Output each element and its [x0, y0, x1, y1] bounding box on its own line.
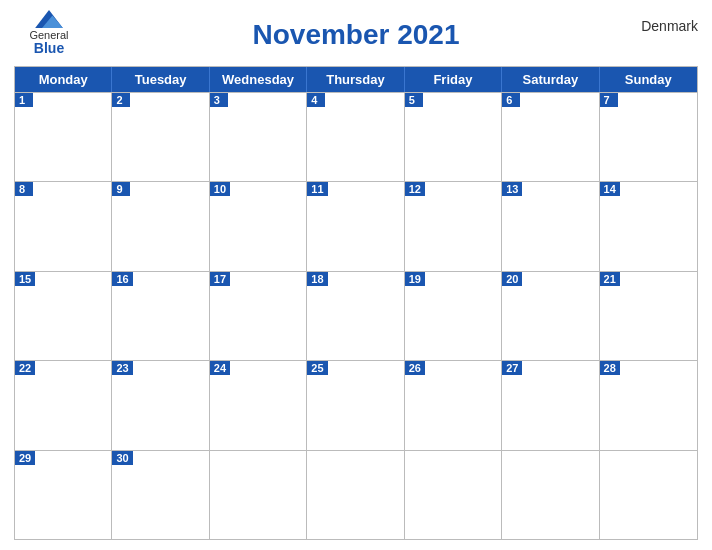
calendar-cell: 27 — [502, 361, 599, 449]
calendar-cell: 29 — [15, 451, 112, 539]
date-number: 3 — [210, 93, 228, 107]
date-number: 14 — [600, 182, 620, 196]
logo: General Blue — [14, 10, 84, 56]
day-header-wednesday: Wednesday — [210, 67, 307, 92]
date-number: 29 — [15, 451, 35, 465]
calendar-cell: 7 — [600, 93, 697, 181]
calendar-cell — [600, 451, 697, 539]
calendar-cell: 18 — [307, 272, 404, 360]
week-row-3: 15161718192021 — [15, 271, 697, 360]
calendar-cell: 10 — [210, 182, 307, 270]
calendar-cell: 24 — [210, 361, 307, 449]
calendar-cell: 13 — [502, 182, 599, 270]
calendar-cell: 3 — [210, 93, 307, 181]
calendar-cell: 11 — [307, 182, 404, 270]
calendar-cell: 25 — [307, 361, 404, 449]
calendar-cell: 6 — [502, 93, 599, 181]
date-number: 22 — [15, 361, 35, 375]
date-number: 25 — [307, 361, 327, 375]
logo-icon — [35, 10, 63, 28]
calendar-cell: 21 — [600, 272, 697, 360]
date-number: 24 — [210, 361, 230, 375]
calendar-cell: 22 — [15, 361, 112, 449]
day-headers-row: MondayTuesdayWednesdayThursdayFridaySatu… — [15, 67, 697, 92]
date-number: 15 — [15, 272, 35, 286]
date-number: 10 — [210, 182, 230, 196]
calendar-cell: 14 — [600, 182, 697, 270]
date-number: 30 — [112, 451, 132, 465]
calendar-cell: 4 — [307, 93, 404, 181]
week-row-2: 891011121314 — [15, 181, 697, 270]
calendar-cell: 17 — [210, 272, 307, 360]
calendar-cell: 20 — [502, 272, 599, 360]
date-number: 26 — [405, 361, 425, 375]
date-number: 6 — [502, 93, 520, 107]
date-number: 17 — [210, 272, 230, 286]
date-number: 16 — [112, 272, 132, 286]
day-header-monday: Monday — [15, 67, 112, 92]
day-header-tuesday: Tuesday — [112, 67, 209, 92]
week-row-1: 1234567 — [15, 92, 697, 181]
date-number: 19 — [405, 272, 425, 286]
header: General Blue November 2021 Denmark — [14, 10, 698, 60]
date-number: 2 — [112, 93, 130, 107]
day-header-thursday: Thursday — [307, 67, 404, 92]
calendar-cell — [210, 451, 307, 539]
calendar-cell: 2 — [112, 93, 209, 181]
country-label: Denmark — [641, 18, 698, 34]
date-number: 20 — [502, 272, 522, 286]
calendar-cell: 26 — [405, 361, 502, 449]
calendar-cell — [502, 451, 599, 539]
date-number: 5 — [405, 93, 423, 107]
calendar-cell: 23 — [112, 361, 209, 449]
calendar-cell: 15 — [15, 272, 112, 360]
calendar-grid: MondayTuesdayWednesdayThursdayFridaySatu… — [14, 66, 698, 540]
calendar-cell: 28 — [600, 361, 697, 449]
date-number: 4 — [307, 93, 325, 107]
week-row-5: 2930 — [15, 450, 697, 539]
calendar-cell: 16 — [112, 272, 209, 360]
calendar-cell: 9 — [112, 182, 209, 270]
week-row-4: 22232425262728 — [15, 360, 697, 449]
date-number: 23 — [112, 361, 132, 375]
day-header-saturday: Saturday — [502, 67, 599, 92]
weeks-container: 1234567891011121314151617181920212223242… — [15, 92, 697, 539]
date-number: 28 — [600, 361, 620, 375]
date-number: 1 — [15, 93, 33, 107]
day-header-sunday: Sunday — [600, 67, 697, 92]
calendar-cell: 12 — [405, 182, 502, 270]
date-number: 12 — [405, 182, 425, 196]
date-number: 13 — [502, 182, 522, 196]
date-number: 18 — [307, 272, 327, 286]
day-header-friday: Friday — [405, 67, 502, 92]
calendar-cell: 19 — [405, 272, 502, 360]
date-number: 11 — [307, 182, 327, 196]
calendar-page: General Blue November 2021 Denmark Monda… — [0, 0, 712, 550]
date-number: 7 — [600, 93, 618, 107]
calendar-cell: 5 — [405, 93, 502, 181]
calendar-cell: 8 — [15, 182, 112, 270]
calendar-cell — [405, 451, 502, 539]
calendar-cell: 1 — [15, 93, 112, 181]
logo-blue-text: Blue — [34, 41, 64, 56]
date-number: 9 — [112, 182, 130, 196]
calendar-cell — [307, 451, 404, 539]
date-number: 8 — [15, 182, 33, 196]
calendar-title: November 2021 — [252, 19, 459, 51]
date-number: 27 — [502, 361, 522, 375]
calendar-cell: 30 — [112, 451, 209, 539]
date-number: 21 — [600, 272, 620, 286]
